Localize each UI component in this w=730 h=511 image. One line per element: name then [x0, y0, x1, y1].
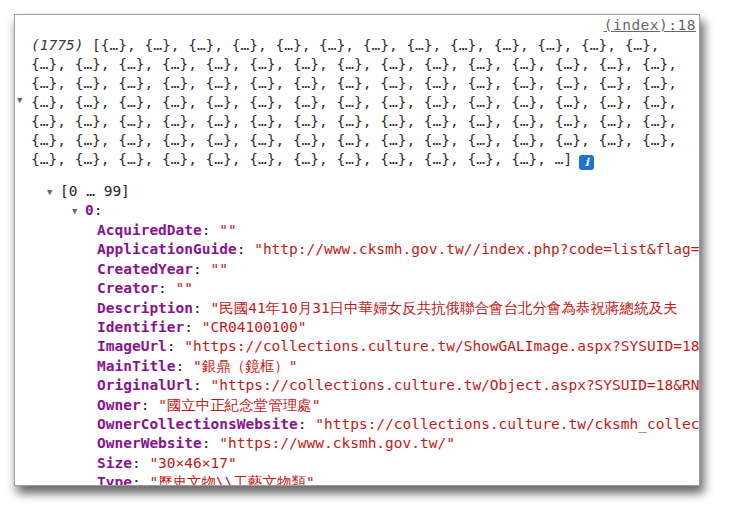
property-key: ImageUrl — [97, 338, 167, 354]
array-preview-line: {…}, {…}, {…}, {…}, {…}, {…}, {…}, {…}, … — [31, 74, 695, 93]
colon: : — [298, 416, 315, 432]
property-key: OwnerWebsite — [97, 435, 202, 451]
colon: : — [132, 474, 149, 486]
property-value: "https://collections.culture.tw/Object.a… — [211, 377, 700, 393]
property-value: "國立中正紀念堂管理處" — [158, 397, 320, 413]
property-row: Creator: "" — [15, 279, 699, 298]
property-key: Size — [97, 455, 132, 471]
colon: : — [193, 261, 210, 277]
property-key: Identifier — [97, 319, 184, 335]
property-row: ImageUrl: "https://collections.culture.t… — [15, 337, 699, 356]
array-preview-line: {…}, {…}, {…}, {…}, {…}, {…}, {…}, {…}, … — [31, 112, 695, 131]
property-value: "30×46×17" — [149, 455, 236, 471]
property-row: OwnerCollectionsWebsite: "https://collec… — [15, 415, 699, 434]
colon: : — [158, 280, 175, 296]
info-icon[interactable]: i — [579, 155, 594, 170]
colon: : — [141, 397, 158, 413]
colon: : — [193, 300, 210, 316]
property-value: "歷史文物\\工藝文物類" — [149, 474, 314, 486]
property-row: Identifier: "CR04100100" — [15, 318, 699, 337]
item-index: 0 — [85, 202, 94, 218]
property-row: Type: "歷史文物\\工藝文物類" — [15, 473, 699, 486]
array-preview: (1775) [{…}, {…}, {…}, {…}, {…}, {…}, {…… — [31, 36, 695, 170]
property-value: "http://www.cksmh.gov.tw//index.php?code… — [254, 241, 699, 257]
item-expand-triangle-icon[interactable]: ▼ — [72, 202, 85, 221]
property-key: Owner — [97, 397, 141, 413]
array-preview-line: {…}, {…}, {…}, {…}, {…}, {…}, {…}, {…}, … — [31, 93, 695, 112]
property-value: "" — [176, 280, 193, 296]
colon: : — [167, 338, 184, 354]
property-row: Owner: "國立中正紀念堂管理處" — [15, 396, 699, 415]
property-key: Type — [97, 474, 132, 486]
property-row: CreatedYear: "" — [15, 260, 699, 279]
array-preview-items: {…}, {…}, {…}, {…}, {…}, {…}, {…}, {…}, … — [31, 132, 677, 148]
property-value: "" — [219, 222, 236, 238]
property-row: MainTitle: "銀鼎（鏡框）" — [15, 357, 699, 376]
array-collapse-triangle-icon[interactable]: ▼ — [17, 95, 22, 105]
source-location-link[interactable]: (index):18 — [604, 17, 696, 33]
array-preview-line: {…}, {…}, {…}, {…}, {…}, {…}, {…}, {…}, … — [31, 131, 695, 150]
property-value: "https://www.cksmh.gov.tw/" — [219, 435, 455, 451]
array-preview-line: {…}, {…}, {…}, {…}, {…}, {…}, {…}, {…}, … — [31, 150, 695, 170]
property-value: "https://collections.culture.tw/cksmh_co… — [315, 416, 699, 432]
colon: : — [176, 358, 193, 374]
property-value: "銀鼎（鏡框）" — [193, 358, 297, 374]
array-range-row[interactable]: ▼[0 … 99] — [15, 182, 130, 202]
property-row: OwnerWebsite: "https://www.cksmh.gov.tw/… — [15, 434, 699, 453]
range-expand-triangle-icon[interactable]: ▼ — [47, 183, 60, 202]
array-preview-line: {…}, {…}, {…}, {…}, {…}, {…}, {…}, {…}, … — [31, 55, 695, 74]
property-key: OriginalUrl — [97, 377, 193, 393]
property-key: Creator — [97, 280, 158, 296]
array-item-0-row[interactable]: ▼0: — [15, 201, 102, 221]
property-value: "CR04100100" — [202, 319, 307, 335]
property-key: MainTitle — [97, 358, 176, 374]
property-value: "民國41年10月31日中華婦女反共抗俄聯合會台北分會為恭祝蔣總統及夫 — [211, 300, 678, 316]
colon: : — [132, 455, 149, 471]
property-row: OriginalUrl: "https://collections.cultur… — [15, 376, 699, 395]
property-key: OwnerCollectionsWebsite — [97, 416, 298, 432]
property-row: ApplicationGuide: "http://www.cksmh.gov.… — [15, 240, 699, 259]
console-output-panel: (index):18 ▼ (1775) [{…}, {…}, {…}, {…},… — [14, 14, 700, 486]
array-preview-items: {…}, {…}, {…}, {…}, {…}, {…}, {…}, {…}, … — [31, 151, 572, 167]
colon: : — [193, 377, 210, 393]
colon: : — [202, 435, 219, 451]
property-row: Size: "30×46×17" — [15, 454, 699, 473]
array-preview-items: [{…}, {…}, {…}, {…}, {…}, {…}, {…}, {…},… — [83, 37, 659, 53]
property-key: ApplicationGuide — [97, 241, 237, 257]
property-key: CreatedYear — [97, 261, 193, 277]
range-label: [0 … 99] — [60, 183, 130, 199]
array-preview-line: (1775) [{…}, {…}, {…}, {…}, {…}, {…}, {…… — [31, 36, 695, 55]
property-value: "" — [211, 261, 228, 277]
colon: : — [94, 202, 103, 218]
property-key: AcquiredDate — [97, 222, 202, 238]
array-length-badge: (1775) — [31, 37, 83, 53]
property-row: Description: "民國41年10月31日中華婦女反共抗俄聯合會台北分會… — [15, 299, 699, 318]
property-row: AcquiredDate: "" — [15, 221, 699, 240]
colon: : — [202, 222, 219, 238]
property-value: "https://collections.culture.tw/ShowGALI… — [184, 338, 699, 354]
object-properties-list: AcquiredDate: "" ApplicationGuide: "http… — [15, 221, 699, 486]
colon: : — [184, 319, 201, 335]
colon: : — [237, 241, 254, 257]
property-key: Description — [97, 300, 193, 316]
